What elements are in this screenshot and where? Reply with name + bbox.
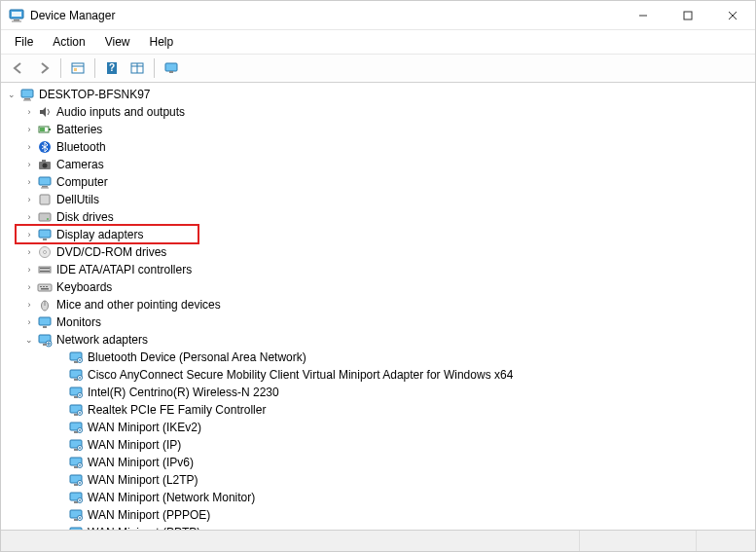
menu-file[interactable]: File (7, 32, 41, 52)
tree-node-label: WAN Miniport (IP) (88, 438, 181, 452)
svg-rect-32 (39, 213, 51, 221)
close-button[interactable] (710, 1, 755, 30)
computer-icon (37, 174, 53, 190)
tree-node-label: Display adapters (56, 228, 143, 241)
tree-device[interactable]: Intel(R) Centrino(R) Wireless-N 2230 (1, 384, 755, 401)
tree-category[interactable]: ⌄Network adapters (1, 331, 755, 349)
tree-category[interactable]: ›Cameras (1, 156, 755, 173)
generic-icon (37, 192, 53, 207)
tree-node-label: Disk drives (56, 210, 114, 224)
expand-icon[interactable]: › (22, 175, 36, 189)
tree-node-label: WAN Miniport (IKEv2) (88, 421, 201, 434)
tree-device[interactable]: WAN Miniport (Network Monitor) (1, 489, 755, 506)
tree-device[interactable]: Cisco AnyConnect Secure Mobility Client … (1, 366, 755, 384)
tree-device[interactable]: WAN Miniport (PPPOE) (1, 506, 755, 524)
expand-icon[interactable]: › (22, 245, 36, 259)
expand-icon[interactable]: › (22, 315, 36, 329)
battery-icon (37, 122, 53, 137)
device-tree[interactable]: ⌄DESKTOP-BFSNK97›Audio inputs and output… (1, 83, 755, 530)
tree-category[interactable]: ›DVD/CD-ROM drives (1, 243, 755, 261)
expand-icon[interactable]: › (22, 140, 36, 154)
minimize-button[interactable] (621, 1, 666, 30)
menu-view[interactable]: View (97, 32, 138, 52)
net-device-icon (68, 385, 84, 400)
expand-icon[interactable]: › (22, 123, 36, 136)
net-device-icon (68, 472, 84, 488)
window-title: Device Manager (30, 9, 621, 22)
toolbar-separator (94, 58, 95, 78)
svg-rect-22 (49, 129, 51, 130)
svg-rect-17 (169, 71, 173, 73)
svg-point-37 (44, 251, 47, 254)
properties-button[interactable] (126, 57, 149, 79)
svg-rect-49 (43, 326, 47, 328)
svg-rect-30 (41, 188, 49, 189)
svg-rect-38 (39, 267, 51, 273)
tree-node-label: Monitors (56, 315, 101, 329)
tree-device[interactable]: WAN Miniport (IPv6) (1, 454, 755, 471)
expand-icon[interactable]: › (22, 193, 36, 206)
tree-category[interactable]: ›Keyboards (1, 278, 755, 296)
menu-action[interactable]: Action (45, 32, 92, 52)
menu-help[interactable]: Help (142, 32, 182, 52)
tree-device[interactable]: Bluetooth Device (Personal Area Network) (1, 349, 755, 366)
back-button[interactable] (7, 57, 30, 79)
help-button[interactable]: ? (100, 57, 124, 79)
collapse-icon[interactable]: ⌄ (5, 88, 18, 101)
svg-rect-16 (165, 63, 177, 71)
tree-category[interactable]: ›Computer (1, 173, 755, 191)
svg-rect-83 (70, 528, 82, 530)
expand-icon[interactable]: › (22, 210, 36, 224)
scan-button[interactable] (160, 57, 183, 79)
tree-category[interactable]: ›Display adapters (1, 226, 755, 243)
collapse-icon[interactable]: ⌄ (22, 333, 36, 347)
expand-icon[interactable]: › (22, 280, 36, 294)
computer-icon (19, 87, 35, 102)
tree-category[interactable]: ›Disk drives (1, 208, 755, 226)
tree-device[interactable]: WAN Miniport (L2TP) (1, 471, 755, 489)
toolbar-separator (154, 58, 155, 78)
svg-rect-43 (43, 286, 45, 287)
tree-category[interactable]: ›Bluetooth (1, 138, 755, 156)
expand-icon[interactable]: › (22, 263, 36, 276)
keyboard-icon (37, 279, 53, 295)
forward-button[interactable] (32, 57, 55, 79)
tree-node-label: Audio inputs and outputs (56, 105, 185, 119)
svg-rect-2 (12, 20, 21, 21)
svg-rect-19 (24, 98, 30, 100)
tree-node-label: Mice and other pointing devices (56, 298, 221, 312)
expand-icon[interactable]: › (22, 105, 36, 119)
tree-device[interactable]: WAN Miniport (IP) (1, 436, 755, 454)
show-hidden-button[interactable] (66, 57, 90, 79)
tree-node-label: Bluetooth Device (Personal Area Network) (88, 350, 306, 364)
svg-rect-29 (42, 186, 48, 188)
toolbar-separator (60, 58, 61, 78)
tree-node-label: Intel(R) Centrino(R) Wireless-N 2230 (88, 386, 279, 399)
monitor-icon (37, 314, 53, 330)
tree-category[interactable]: ›DellUtils (1, 191, 755, 208)
maximize-button[interactable] (666, 1, 710, 30)
menubar: File Action View Help (1, 30, 755, 55)
tree-category[interactable]: ›IDE ATA/ATAPI controllers (1, 261, 755, 278)
net-device-icon (68, 455, 84, 470)
tree-root[interactable]: ⌄DESKTOP-BFSNK97 (1, 86, 755, 103)
expand-icon[interactable]: › (22, 158, 36, 171)
tree-device[interactable]: WAN Miniport (IKEv2) (1, 419, 755, 436)
tree-node-label: Cameras (56, 158, 104, 171)
tree-category[interactable]: ›Batteries (1, 121, 755, 138)
tree-device[interactable]: Realtek PCIe FE Family Controller (1, 401, 755, 419)
svg-rect-41 (38, 284, 52, 291)
status-cell (1, 531, 580, 551)
status-cell (697, 531, 755, 551)
svg-rect-40 (40, 271, 50, 272)
svg-rect-52 (43, 344, 47, 346)
expand-icon[interactable]: › (22, 228, 36, 241)
tree-device[interactable]: WAN Miniport (PPTP) (1, 524, 755, 530)
tree-category[interactable]: ›Audio inputs and outputs (1, 103, 755, 121)
svg-rect-27 (42, 160, 46, 162)
net-device-icon (68, 367, 84, 383)
tree-category[interactable]: ›Mice and other pointing devices (1, 296, 755, 313)
tree-category[interactable]: ›Monitors (1, 313, 755, 331)
tree-node-label: DESKTOP-BFSNK97 (39, 88, 150, 101)
expand-icon[interactable]: › (22, 298, 36, 312)
